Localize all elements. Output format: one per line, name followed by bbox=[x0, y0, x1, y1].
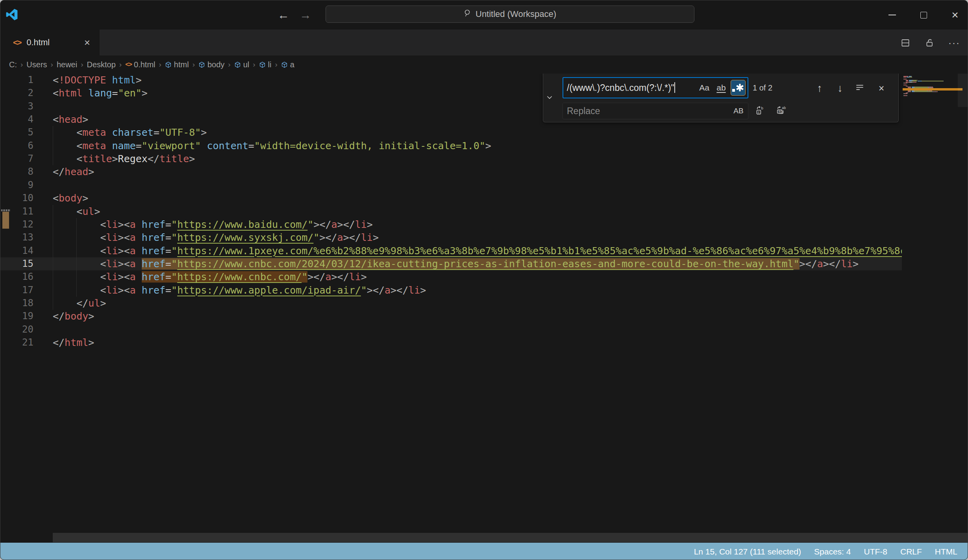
title-bar: ← → Untitled (Workspace) × bbox=[0, 0, 968, 30]
match-case-button[interactable]: Aa bbox=[697, 80, 712, 96]
breadcrumb-item-c[interactable]: C: bbox=[9, 60, 17, 69]
previous-match-button[interactable]: ↑ bbox=[813, 82, 826, 94]
symbol-cube-icon bbox=[234, 61, 241, 68]
status-bar: Ln 15, Col 127 (111 selected) Spaces: 4 … bbox=[0, 543, 968, 560]
replace-input[interactable]: Replace AB bbox=[563, 103, 748, 119]
minimap-slider[interactable] bbox=[958, 74, 968, 107]
code-line-8[interactable]: </head> bbox=[53, 165, 94, 178]
breadcrumb-item-desktop[interactable]: Desktop bbox=[87, 60, 115, 69]
symbol-cube-icon bbox=[165, 61, 172, 68]
html-file-icon: <> bbox=[125, 61, 131, 68]
code-line-16[interactable]: <li><a href="https://www.cnbc.com/"></a>… bbox=[53, 270, 367, 283]
tab-label: 0.html bbox=[27, 38, 50, 48]
breadcrumb-item-body[interactable]: body bbox=[198, 60, 224, 69]
replace-icon: c b bbox=[755, 105, 765, 117]
overview-selection-marker bbox=[2, 212, 9, 229]
code-line-14[interactable]: <li><a href="https://www.1pxeye.com/%e6%… bbox=[53, 244, 902, 257]
breadcrumb-label: Users bbox=[26, 60, 47, 69]
maximize-button[interactable] bbox=[911, 0, 936, 30]
breadcrumb-item-a[interactable]: a bbox=[281, 60, 294, 69]
code-line-1[interactable]: <!DOCTYPE html> bbox=[53, 74, 142, 87]
replace-all-icon: ac ab bbox=[776, 105, 787, 117]
status-eol[interactable]: CRLF bbox=[900, 547, 922, 556]
code-line-17[interactable]: <li><a href="https://www.apple.com/ipad-… bbox=[53, 284, 426, 297]
arrow-up-icon: ↑ bbox=[817, 82, 822, 94]
close-icon: × bbox=[879, 83, 885, 94]
breadcrumb-separator: › bbox=[159, 60, 161, 69]
minimap[interactable] bbox=[902, 74, 958, 543]
code-line-4[interactable]: <head> bbox=[53, 113, 88, 126]
code-line-11[interactable]: <ul> bbox=[53, 205, 100, 218]
regex-button[interactable]: ✱ bbox=[731, 80, 746, 96]
horizontal-scrollbar[interactable] bbox=[53, 533, 968, 542]
breadcrumb-label: Desktop bbox=[87, 60, 115, 69]
replace-placeholder: Replace bbox=[563, 106, 731, 116]
breadcrumb-label: li bbox=[268, 60, 272, 69]
forward-arrow-icon[interactable]: → bbox=[296, 6, 315, 24]
breadcrumb-item-ul[interactable]: ul bbox=[234, 60, 250, 69]
back-arrow-icon[interactable]: ← bbox=[274, 6, 292, 24]
breadcrumb-item-users[interactable]: Users bbox=[26, 60, 47, 69]
svg-text:ac: ac bbox=[778, 110, 782, 113]
code-line-6[interactable]: <meta name="viewport" content="width=dev… bbox=[53, 139, 491, 152]
tab-0html[interactable]: <> 0.html × bbox=[0, 30, 100, 55]
status-encoding[interactable]: UTF-8 bbox=[864, 547, 887, 556]
code-line-13[interactable]: <li><a href="https://www.syxskj.com/"></… bbox=[53, 231, 379, 244]
breadcrumb-item-html[interactable]: html bbox=[165, 60, 189, 69]
whole-word-button[interactable]: ab bbox=[714, 80, 729, 96]
unlock-icon[interactable] bbox=[923, 36, 937, 50]
breadcrumb-separator: › bbox=[253, 60, 255, 69]
svg-text:b: b bbox=[761, 106, 763, 110]
command-center-search[interactable]: Untitled (Workspace) bbox=[326, 6, 694, 23]
search-icon bbox=[464, 9, 472, 19]
breadcrumb-label: 0.html bbox=[134, 60, 155, 69]
overview-cursor-marker bbox=[1, 209, 10, 211]
code-line-12[interactable]: <li><a href="https://www.baidu.com/"></a… bbox=[53, 218, 373, 231]
more-actions-icon[interactable]: ··· bbox=[948, 36, 961, 50]
minimize-button[interactable] bbox=[879, 0, 905, 30]
replace-button[interactable]: c b bbox=[753, 103, 768, 118]
next-match-button[interactable]: ↓ bbox=[834, 82, 846, 94]
code-line-15[interactable]: <li><a href="https://www.cnbc.com/2024/0… bbox=[53, 257, 859, 270]
find-match-count: 1 of 2 bbox=[753, 77, 772, 98]
overview-ruler[interactable] bbox=[958, 74, 968, 543]
breadcrumb-separator: › bbox=[51, 60, 53, 69]
find-in-selection-button[interactable] bbox=[853, 82, 866, 94]
status-indentation[interactable]: Spaces: 4 bbox=[814, 547, 851, 556]
code-pane[interactable]: <!DOCTYPE html><html lang="en"><head> <m… bbox=[0, 74, 902, 543]
tab-close-icon[interactable]: × bbox=[84, 37, 90, 48]
breadcrumb-separator: › bbox=[192, 60, 195, 69]
breadcrumb-label: html bbox=[174, 60, 189, 69]
split-editor-button[interactable] bbox=[899, 36, 912, 50]
vscode-logo-icon bbox=[6, 7, 18, 23]
breadcrumb-item-0html[interactable]: <>0.html bbox=[125, 60, 155, 69]
status-cursor-position[interactable]: Ln 15, Col 127 (111 selected) bbox=[694, 547, 801, 556]
breadcrumb-item-hewei[interactable]: hewei bbox=[57, 60, 77, 69]
code-line-2[interactable]: <html lang="en"> bbox=[53, 87, 148, 100]
editor-area[interactable]: 123456789101112131415161718192021 <!DOCT… bbox=[0, 74, 968, 543]
breadcrumb-item-li[interactable]: li bbox=[259, 60, 272, 69]
code-line-21[interactable]: </html> bbox=[53, 336, 94, 349]
code-line-19[interactable]: </body> bbox=[53, 310, 94, 323]
code-line-18[interactable]: </ul> bbox=[53, 297, 106, 310]
code-line-10[interactable]: <body> bbox=[53, 192, 88, 205]
breadcrumb-separator: › bbox=[81, 60, 83, 69]
toggle-replace-button[interactable] bbox=[544, 74, 555, 122]
tab-bar: <> 0.html × ··· bbox=[0, 30, 968, 55]
code-line-5[interactable]: <meta charset="UTF-8"> bbox=[53, 126, 207, 139]
find-input[interactable]: /(www\.)?cnbc\.com(?:\/.*)" Aa ab ✱ bbox=[563, 77, 748, 98]
workspace-title: Untitled (Workspace) bbox=[476, 9, 556, 19]
svg-text:c: c bbox=[758, 110, 760, 114]
breadcrumb-label: ul bbox=[243, 60, 250, 69]
find-query-text: /(www\.)?cnbc\.com(?:\/.*)" bbox=[563, 82, 697, 93]
arrow-down-icon: ↓ bbox=[837, 82, 843, 94]
code-line-7[interactable]: <title>Regex</title> bbox=[53, 152, 195, 165]
window-close-button[interactable]: × bbox=[942, 0, 968, 30]
replace-all-button[interactable]: ac ab bbox=[774, 103, 789, 118]
svg-text:ab: ab bbox=[782, 106, 786, 110]
chevron-down-icon bbox=[546, 94, 553, 102]
status-language[interactable]: HTML bbox=[935, 547, 957, 556]
selection-icon bbox=[855, 82, 865, 95]
close-find-button[interactable]: × bbox=[875, 82, 888, 94]
preserve-case-button[interactable]: AB bbox=[731, 104, 746, 118]
